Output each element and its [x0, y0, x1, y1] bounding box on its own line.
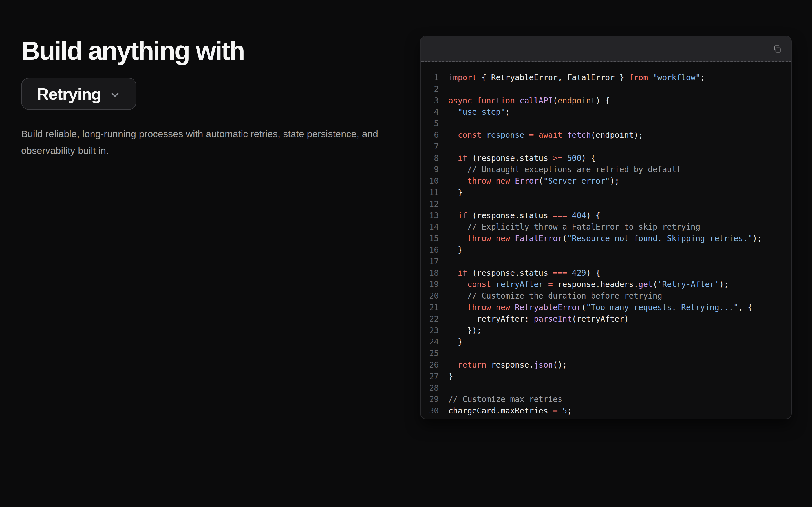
code-editor[interactable]: 1import { RetryableError, FatalError } f… [421, 62, 791, 418]
code-line-content: } [448, 244, 463, 256]
code-line-content: chargeCard.maxRetries = 5; [448, 405, 572, 417]
code-line: 15 throw new FatalError("Resource not fo… [421, 233, 791, 244]
code-line-content: } [448, 187, 463, 199]
feature-selector-label: Retrying [37, 84, 101, 103]
line-number: 16 [421, 244, 439, 256]
code-line-content: } [448, 336, 463, 348]
line-number: 8 [421, 153, 439, 164]
code-line: 14 // Explicitly throw a FatalError to s… [421, 221, 791, 233]
code-line: 23 }); [421, 325, 791, 337]
line-number: 1 [421, 72, 439, 83]
code-line: 26 return response.json(); [421, 359, 791, 371]
code-line-content [448, 383, 453, 394]
code-line: 18 if (response.status === 429) { [421, 268, 791, 279]
line-number: 5 [421, 118, 439, 129]
copy-icon [772, 45, 781, 54]
code-line-content: "use step"; [448, 107, 510, 118]
line-number: 11 [421, 187, 439, 199]
code-line-content: async function callAPI(endpoint) { [448, 95, 610, 107]
line-number: 28 [421, 383, 439, 394]
line-number: 24 [421, 336, 439, 348]
copy-button[interactable] [771, 43, 783, 55]
line-number: 25 [421, 348, 439, 359]
line-number: 9 [421, 164, 439, 175]
line-number: 10 [421, 175, 439, 187]
hero-section: Build anything with Retrying Build relia… [21, 36, 405, 159]
feature-description: Build reliable, long-running processes w… [21, 126, 398, 159]
feature-selector-button[interactable]: Retrying [21, 78, 137, 110]
code-line: 11 } [421, 187, 791, 199]
code-line: 9 // Uncaught exceptions are retried by … [421, 164, 791, 175]
code-line: 2 [421, 83, 791, 95]
code-line: 16 } [421, 244, 791, 256]
line-number: 4 [421, 107, 439, 118]
code-line-content: if (response.status === 429) { [448, 268, 600, 279]
code-line-content: } [448, 371, 453, 383]
code-line: 1import { RetryableError, FatalError } f… [421, 72, 791, 83]
line-number: 26 [421, 359, 439, 371]
code-line: 21 throw new RetryableError("Too many re… [421, 302, 791, 314]
line-number: 20 [421, 290, 439, 302]
code-panel: 1import { RetryableError, FatalError } f… [420, 36, 792, 419]
code-line: 24 } [421, 336, 791, 348]
code-line-content: // Uncaught exceptions are retried by de… [448, 164, 681, 175]
code-line-content: const response = await fetch(endpoint); [448, 129, 643, 141]
line-number: 2 [421, 83, 439, 95]
line-number: 15 [421, 233, 439, 244]
code-line-content: // Explicitly throw a FatalError to skip… [448, 221, 700, 233]
line-number: 14 [421, 221, 439, 233]
code-line: 22 retryAfter: parseInt(retryAfter) [421, 314, 791, 325]
code-line-content: throw new Error("Server error"); [448, 175, 619, 187]
code-line: 27} [421, 371, 791, 383]
line-number: 29 [421, 394, 439, 405]
line-number: 17 [421, 256, 439, 268]
code-line-content [448, 348, 453, 359]
code-line: 30chargeCard.maxRetries = 5; [421, 405, 791, 417]
line-number: 12 [421, 199, 439, 210]
code-line: 20 // Customize the duration before retr… [421, 290, 791, 302]
line-number: 30 [421, 405, 439, 417]
code-line: 4 "use step"; [421, 107, 791, 118]
code-line-content [448, 199, 453, 210]
line-number: 18 [421, 268, 439, 279]
line-number: 7 [421, 141, 439, 153]
code-line: 5 [421, 118, 791, 129]
line-number: 23 [421, 325, 439, 337]
line-number: 21 [421, 302, 439, 314]
line-number: 13 [421, 210, 439, 222]
code-line: 13 if (response.status === 404) { [421, 210, 791, 222]
code-panel-header [421, 36, 791, 62]
line-number: 6 [421, 129, 439, 141]
code-line: 17 [421, 256, 791, 268]
code-line: 28 [421, 383, 791, 394]
chevron-down-icon [109, 89, 121, 100]
page-title: Build anything with [21, 36, 405, 65]
code-line-content: throw new RetryableError("Too many reque… [448, 302, 753, 314]
code-line-content: throw new FatalError("Resource not found… [448, 233, 762, 244]
code-line: 6 const response = await fetch(endpoint)… [421, 129, 791, 141]
code-line-content: if (response.status === 404) { [448, 210, 600, 222]
code-line-content [448, 141, 453, 153]
code-line-content [448, 256, 453, 268]
code-line-content: import { RetryableError, FatalError } fr… [448, 72, 705, 83]
line-number: 22 [421, 314, 439, 325]
code-line-content: retryAfter: parseInt(retryAfter) [448, 314, 629, 325]
line-number: 27 [421, 371, 439, 383]
code-line-content: return response.json(); [448, 359, 567, 371]
code-line: 29// Customize max retries [421, 394, 791, 405]
code-line-content [448, 83, 453, 95]
code-line: 3async function callAPI(endpoint) { [421, 95, 791, 107]
line-number: 3 [421, 95, 439, 107]
code-line-content: if (response.status >= 500) { [448, 153, 596, 164]
code-lines: 1import { RetryableError, FatalError } f… [421, 72, 791, 417]
code-line-content: const retryAfter = response.headers.get(… [448, 279, 729, 290]
line-number: 19 [421, 279, 439, 290]
code-line-content: // Customize the duration before retryin… [448, 290, 662, 302]
code-line-content [448, 118, 453, 129]
code-line-content: }); [448, 325, 481, 337]
code-line: 25 [421, 348, 791, 359]
code-line: 10 throw new Error("Server error"); [421, 175, 791, 187]
code-line: 8 if (response.status >= 500) { [421, 153, 791, 164]
code-line: 7 [421, 141, 791, 153]
code-line: 12 [421, 199, 791, 210]
